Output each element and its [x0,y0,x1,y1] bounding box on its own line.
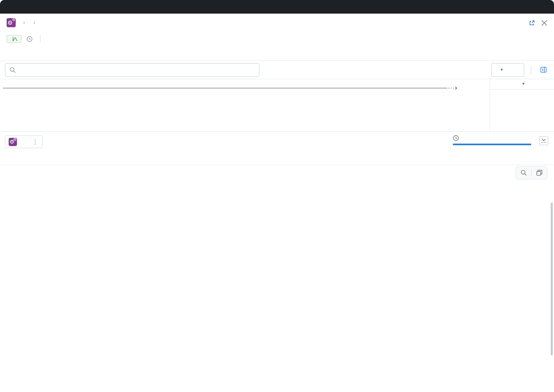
copy-icon [536,170,542,176]
collapse-span-panel-button[interactable] [539,136,548,145]
collapse-panel-icon [540,67,547,73]
trace-header: ⚙⚙ › › [0,14,554,32]
flame-legend-panel: ▼ [490,79,554,131]
chevron-right-icon: › [33,19,36,26]
divider [40,35,40,43]
window-title-bar [0,0,554,14]
minimize-window-button[interactable] [15,5,20,9]
clock-icon [453,135,459,141]
close-window-button[interactable] [7,5,12,9]
search-icon [10,67,16,73]
flame-graph [0,79,490,131]
zoom-window-button[interactable] [23,5,28,9]
percentile-badge[interactable] [7,35,21,43]
chevron-down-icon: ▼ [500,68,504,72]
chevron-right-icon: › [23,19,25,26]
span-detail-header: ⚙⚙ ⋮ [0,132,554,151]
chevron-down-icon [542,139,546,141]
flame-toolbar: ▼ [0,61,554,79]
color-by-select[interactable]: ▼ [491,63,524,77]
span-view-tabs [0,151,554,165]
flame-graph-section: ▼ [0,79,554,132]
trace-duration [26,36,35,42]
kebab-menu-icon[interactable]: ⋮ [32,139,39,145]
hide-legend-link[interactable] [538,67,547,73]
copy-attributes-button[interactable] [532,166,547,179]
service-logo-icon: ⚙⚙ [7,18,16,27]
tree-toolbar [516,166,547,179]
exec-time-progress-bar [453,144,531,145]
trace-meta-row [0,32,554,46]
external-link-icon [529,20,535,26]
divider [531,65,531,74]
timeline-continues-arrow [446,85,460,91]
search-attributes-button[interactable] [516,166,531,179]
legend-sort-header[interactable]: ▼ [490,82,554,90]
span-filter-input[interactable] [19,66,255,73]
scrollbar-thumb[interactable] [551,203,553,355]
trace-view-tabs [0,46,554,61]
span-exec-summary [453,135,534,145]
drag-dots-icon [541,142,546,143]
timeline-axis [3,88,446,88]
span-filter-box [5,63,259,77]
close-panel-icon[interactable] [541,20,547,26]
open-full-page-link[interactable] [527,20,535,26]
latency-distribution-icon [12,37,18,41]
search-icon [521,170,527,176]
span-attributes-tree [0,165,554,165]
sort-caret-icon: ▼ [522,82,525,86]
span-identity-card: ⚙⚙ ⋮ [5,135,43,148]
clock-icon [26,36,33,42]
service-logo-icon: ⚙⚙ [9,138,17,146]
